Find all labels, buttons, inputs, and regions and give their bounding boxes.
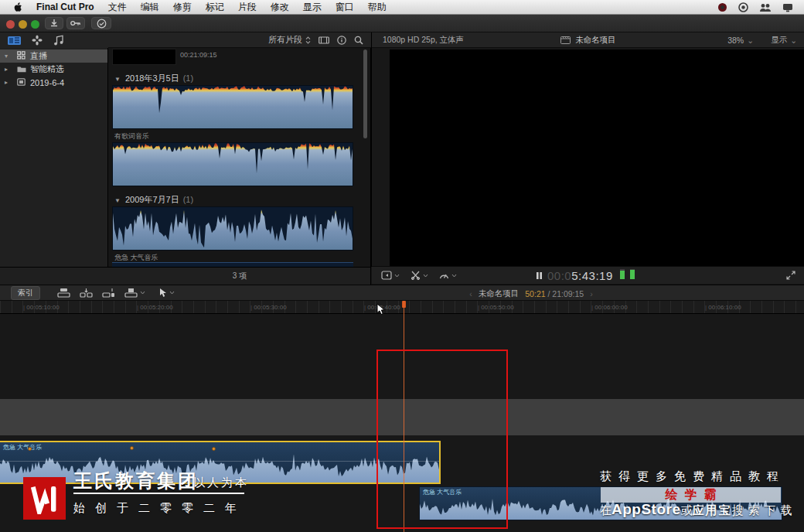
- status-display-icon[interactable]: [782, 3, 793, 12]
- viewer-video-canvas[interactable]: [390, 49, 804, 267]
- ruler-tick-label: 00:05:20:00: [137, 304, 173, 311]
- jump-back-icon: [381, 271, 392, 280]
- photos-browser-icon[interactable]: [32, 35, 43, 46]
- event-calendar-icon: [16, 78, 26, 87]
- disclosure-open-icon[interactable]: ▾: [5, 53, 12, 60]
- promo-text: 搜索下载: [732, 503, 797, 518]
- timeline-duration: 50:21 / 21:09:15: [525, 289, 584, 298]
- disclosure-closed-icon[interactable]: ▸: [5, 79, 12, 86]
- browser-header: 所有片段: [108, 32, 371, 48]
- pause-icon[interactable]: [536, 271, 543, 280]
- sidebar-item-smart-collections[interactable]: ▸ 智能精选: [0, 63, 107, 76]
- group-count: (1): [183, 73, 193, 83]
- ruler-tick-label: 00:05:10:00: [23, 304, 60, 311]
- audio-clip-filmstrip[interactable]: [112, 142, 353, 186]
- zoom-level-popup[interactable]: 38%⌄: [727, 36, 754, 45]
- append-edit-icon[interactable]: [102, 288, 115, 298]
- status-record-icon[interactable]: [738, 2, 748, 12]
- index-button[interactable]: 索引: [11, 286, 40, 300]
- disclosure-closed-icon[interactable]: ▸: [5, 66, 12, 73]
- show-libraries-icon[interactable]: [8, 36, 21, 46]
- chevron-down-icon: [169, 291, 175, 295]
- zoom-level-value: 38%: [727, 36, 744, 45]
- minimize-window-button[interactable]: [19, 20, 27, 29]
- close-window-button[interactable]: [6, 20, 15, 29]
- keyword-editor-button[interactable]: [66, 17, 85, 29]
- browser-scrollbar[interactable]: [363, 49, 367, 138]
- fullscreen-icon[interactable]: [786, 271, 795, 280]
- insert-edit-icon[interactable]: [80, 288, 93, 298]
- sidebar-item-label: 2019-6-4: [30, 78, 64, 87]
- promo-text: 或: [681, 503, 693, 518]
- current-timecode[interactable]: 00:05:43:19: [547, 269, 613, 282]
- trim-tools-popup[interactable]: [411, 271, 428, 280]
- clapperboard-icon: [560, 36, 571, 44]
- audio-clip-filmstrip[interactable]: [112, 85, 353, 129]
- menu-mark[interactable]: 标记: [206, 1, 224, 14]
- menu-bar-status-icons: [717, 0, 793, 15]
- window-titlebar[interactable]: [0, 15, 804, 32]
- status-users-icon[interactable]: [759, 3, 772, 12]
- waveform: [113, 86, 353, 128]
- menu-edit[interactable]: 编辑: [141, 1, 159, 14]
- timecode-dim-digits: 00:0: [547, 269, 571, 282]
- promo-text: 在: [600, 503, 612, 518]
- menu-window[interactable]: 窗口: [336, 1, 354, 14]
- sidebar-item-library[interactable]: ▾ 直播: [0, 49, 107, 63]
- history-back-icon[interactable]: ‹: [469, 289, 472, 298]
- audio-meters[interactable]: [618, 268, 635, 282]
- ruler-tick-label: 00:05:50:00: [478, 304, 514, 311]
- info-icon[interactable]: [337, 36, 346, 45]
- history-forward-icon[interactable]: ›: [590, 289, 593, 298]
- disclosure-open-icon[interactable]: ▼: [114, 76, 121, 83]
- status-app-icon[interactable]: [717, 2, 727, 12]
- apple-menu-icon[interactable]: [14, 2, 22, 12]
- audio-clip-filmstrip[interactable]: [112, 206, 353, 251]
- updown-chevrons-icon: [305, 36, 311, 44]
- sidebar-item-event[interactable]: ▸ 2019-6-4: [0, 76, 107, 89]
- chevron-down-icon: [423, 274, 428, 278]
- music-browser-icon[interactable]: [53, 35, 65, 46]
- chevron-down-icon: [451, 274, 457, 278]
- retime-gauge-icon: [439, 271, 449, 280]
- retime-popup[interactable]: [439, 271, 457, 280]
- chevron-down-icon: [140, 291, 145, 295]
- sidebar-item-label: 直播: [30, 50, 47, 62]
- disclosure-open-icon[interactable]: ▼: [114, 197, 121, 204]
- volume-line[interactable]: [0, 461, 439, 462]
- keyframe-dot[interactable]: [212, 447, 216, 451]
- overwrite-edit-icon: [124, 288, 138, 298]
- source-media-popup[interactable]: [381, 271, 400, 280]
- menu-trim[interactable]: 修剪: [173, 1, 192, 14]
- sidebar-item-label: 智能精选: [30, 63, 64, 75]
- background-tasks-button[interactable]: [91, 17, 111, 29]
- clip-thumbnail-partial[interactable]: [112, 49, 176, 65]
- overwrite-edit-popup[interactable]: [124, 288, 145, 298]
- watermark-divider: [73, 493, 244, 494]
- keyframe-dot[interactable]: [130, 446, 134, 450]
- app-menu-title[interactable]: Final Cut Pro: [36, 2, 94, 12]
- filmstrip-view-icon[interactable]: [319, 36, 329, 44]
- zoom-window-button[interactable]: [31, 20, 39, 29]
- timeline-project-title[interactable]: 未命名项目: [479, 288, 520, 299]
- view-options-popup[interactable]: 显示⌄: [771, 35, 797, 46]
- tool-select-popup[interactable]: [159, 288, 175, 298]
- clip-filter-label: 所有片段: [268, 34, 302, 46]
- date-group-header[interactable]: ▼2018年3月5日(1): [114, 73, 193, 84]
- menu-view[interactable]: 显示: [303, 1, 322, 14]
- import-media-button[interactable]: [45, 17, 63, 29]
- timeline-header-center: ‹ 未命名项目 50:21 / 21:09:15 ›: [411, 285, 651, 302]
- clip-filter-popup[interactable]: 所有片段: [268, 34, 311, 46]
- keyframe-dot[interactable]: [28, 447, 32, 451]
- promo-brand-band: 绘学霸: [601, 487, 781, 503]
- search-icon[interactable]: [354, 36, 363, 45]
- edit-buttons-group: [57, 288, 175, 298]
- menu-help[interactable]: 帮助: [368, 1, 387, 14]
- menu-clip[interactable]: 片段: [238, 1, 257, 14]
- date-group-header[interactable]: ▼2009年7月7日(1): [114, 194, 193, 206]
- macos-menu-bar: Final Cut Pro 文件 编辑 修剪 标记 片段 修改 显示 窗口 帮助: [0, 0, 804, 15]
- menu-file[interactable]: 文件: [108, 1, 127, 14]
- menu-modify[interactable]: 修改: [271, 1, 289, 14]
- connect-edit-icon[interactable]: [57, 288, 70, 298]
- annotation-highlight-rectangle: [376, 350, 508, 529]
